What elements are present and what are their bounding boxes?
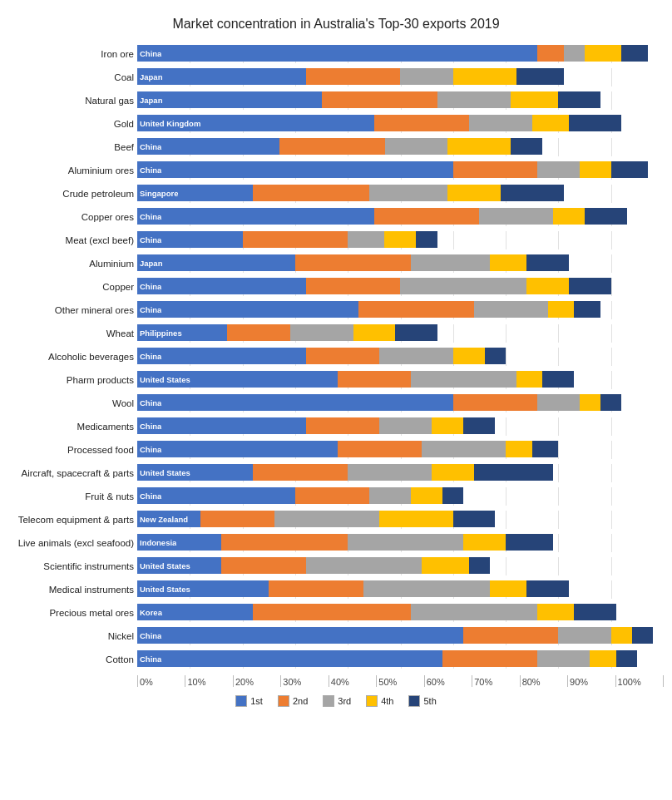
bar-segment-4 [353,324,396,341]
row-label: Precious metal ores [8,608,137,618]
bar-segment-3 [385,138,448,155]
bar: China [137,417,664,434]
bar-segment-2 [463,627,558,644]
top-country-label: Japan [137,96,162,105]
row-label: Wool [8,398,137,408]
bar-segment-5 [516,68,564,85]
bar-segment-2 [442,650,537,667]
bar: China [137,650,664,667]
bar-segment-3 [537,650,590,667]
bar: United States [137,580,664,597]
bar-segment-2 [253,464,348,481]
chart-row: Pharm productsUnited States [8,369,664,391]
bar-segment-5 [611,161,648,178]
row-label: Gold [8,119,137,129]
bar-segment-4 [548,301,575,318]
legend-color-4 [366,695,378,707]
top-country-label: Philippines [137,328,182,338]
bar-segment-3 [369,185,448,201]
bar-segment-4 [580,394,600,411]
chart-row: Alcoholic beveragesChina [8,346,664,368]
chart-row: Iron oreChina [8,43,664,65]
chart-row: CopperChina [8,276,664,298]
x-tick: 70% [472,675,519,687]
row-label: Coal [8,72,137,82]
bar-segment-5 [616,650,637,667]
row-label: Natural gas [8,96,137,106]
chart-title: Market concentration in Australia's Top-… [8,17,664,32]
bar-segment-4 [453,68,516,85]
top-country-label: China [137,654,161,664]
bar-segment-3 [363,580,490,597]
bar: China [137,161,664,178]
row-label: Pharm products [8,375,137,385]
bar: Japan [137,68,664,85]
bar-segment-4 [447,185,500,201]
top-country-label: Japan [137,72,162,81]
x-tick: 20% [233,675,280,687]
bar-segment-5 [585,208,627,225]
bar-segment-2 [295,487,369,504]
bar-segment-4 [590,650,616,667]
bar-segment-1: China [137,394,453,411]
bar-segment-5 [569,115,621,131]
bar-segment-5 [501,185,564,201]
chart-row: BeefChina [8,136,664,158]
bar-segment-1: Japan [137,91,322,108]
bar-segment-2 [338,441,422,457]
chart-row: Other mineral oresChina [8,299,664,321]
top-country-label: Singapore [137,189,178,198]
top-country-label: United States [137,375,190,384]
x-tick: 90% [567,675,615,687]
top-country-label: China [137,631,161,640]
bar-segment-5 [558,91,600,108]
bar-segment-3 [400,278,526,294]
row-label: Scientific instruments [8,561,137,571]
bar-segment-1: China [137,627,463,644]
top-country-label: Indonesia [137,538,176,547]
legend: 1st2nd3rd4th5th [8,695,664,707]
bar: China [137,45,664,62]
bar-segment-5 [474,464,553,481]
top-country-label: China [137,282,161,291]
bar-segment-5 [416,231,437,248]
bar-segment-3 [411,604,537,620]
bar-segment-3 [369,487,412,504]
bar: United States [137,464,664,481]
bar-segment-4 [384,231,416,248]
x-axis: 0%10%20%30%40%50%60%70%80%90%100% [137,675,664,687]
bar-segment-5 [453,511,496,527]
bar-segment-2 [295,254,411,271]
chart-row: Crude petroleumSingapore [8,183,664,205]
x-tick: 10% [185,675,232,687]
bar: United States [137,557,664,574]
legend-item-1: 1st [235,695,263,707]
row-label: Alcoholic beverages [8,352,137,362]
row-label: Wheat [8,328,137,338]
chart-row: Aluminium oresChina [8,160,664,181]
row-label: Copper [8,282,137,292]
bar-segment-2 [243,231,348,248]
chart-row: Precious metal oresKorea [8,602,664,624]
chart-row: Fruit & nutsChina [8,486,664,507]
bar: Indonesia [137,534,664,551]
bar: China [137,627,664,644]
bar: Singapore [137,185,664,201]
row-label: Other mineral ores [8,305,137,315]
bar-segment-4 [447,138,511,155]
bar-segment-5 [632,627,653,644]
bar-segment-2 [227,324,290,341]
x-tick: 0% [137,675,185,687]
legend-color-2 [278,695,289,707]
bar: China [137,441,664,457]
bar-segment-3 [537,161,580,178]
bar-segment-2 [322,91,437,108]
bar: Japan [137,254,664,271]
legend-item-4: 4th [366,695,393,707]
row-label: Fruit & nuts [8,491,137,501]
bar-segment-4 [585,45,621,62]
bar-segment-5 [621,45,648,62]
bar-segment-2 [358,301,474,318]
bar-segment-1: China [137,231,243,248]
bar-segment-1: China [137,348,306,364]
